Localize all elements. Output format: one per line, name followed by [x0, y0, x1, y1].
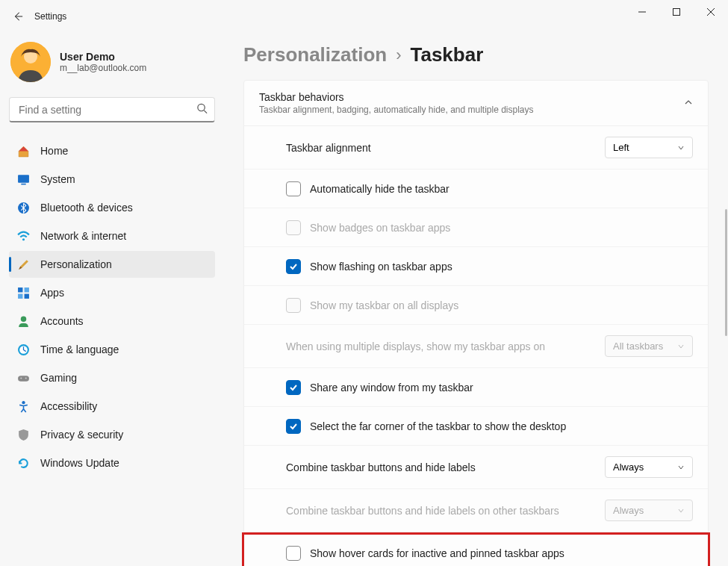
row-label: Automatically hide the taskbar: [310, 183, 449, 195]
hover-cards-checkbox[interactable]: [286, 546, 301, 561]
autohide-checkbox[interactable]: [286, 181, 301, 196]
breadcrumb: Personalization › Taskbar: [243, 43, 709, 66]
nav-time[interactable]: Time & language: [9, 336, 215, 363]
svg-rect-11: [24, 287, 28, 292]
main-content: Personalization › Taskbar Taskbar behavi…: [224, 33, 728, 566]
svg-point-9: [22, 238, 24, 240]
svg-rect-1: [673, 9, 680, 16]
nav-gaming[interactable]: Gaming: [9, 364, 215, 391]
row-label: Show hover cards for inactive and pinned…: [310, 547, 564, 559]
nav-label: Apps: [40, 287, 64, 299]
clock-icon: [16, 343, 30, 356]
paint-icon: [16, 258, 30, 271]
row-label: Combine taskbar buttons and hide labels …: [286, 505, 559, 517]
profile-name: User Demo: [60, 51, 146, 63]
nav-accounts[interactable]: Accounts: [9, 308, 215, 335]
row-alignment: Taskbar alignment Left: [244, 126, 708, 170]
profile-email: m__lab@outlook.com: [60, 63, 146, 73]
svg-rect-17: [18, 376, 29, 381]
nav-label: Windows Update: [40, 457, 119, 469]
panel-subtitle: Taskbar alignment, badging, automaticall…: [259, 105, 534, 115]
nav-label: Time & language: [40, 343, 119, 355]
scrollbar[interactable]: [725, 209, 727, 336]
svg-point-4: [198, 104, 205, 111]
row-autohide: Automatically hide the taskbar: [244, 170, 708, 208]
row-hover-cards: Show hover cards for inactive and pinned…: [242, 532, 710, 566]
panel-title: Taskbar behaviors: [259, 91, 534, 103]
breadcrumb-parent[interactable]: Personalization: [243, 43, 387, 66]
titlebar: Settings: [0, 0, 728, 33]
panel-header[interactable]: Taskbar behaviors Taskbar alignment, bad…: [244, 81, 708, 125]
chevron-down-icon: [677, 144, 685, 152]
svg-point-18: [25, 377, 26, 379]
nav-label: Home: [40, 145, 68, 157]
close-button[interactable]: [694, 0, 728, 24]
svg-point-19: [22, 401, 25, 404]
row-share-window: Share any window from my taskbar: [244, 368, 708, 407]
nav-label: Accounts: [40, 315, 84, 327]
maximize-button[interactable]: [659, 0, 694, 24]
chevron-up-icon: [684, 96, 693, 110]
svg-rect-6: [18, 175, 29, 183]
far-corner-checkbox[interactable]: [286, 419, 301, 434]
alignment-select[interactable]: Left: [605, 137, 693, 158]
nav-label: Network & internet: [40, 230, 126, 242]
avatar: [10, 42, 51, 82]
chevron-down-icon: [677, 507, 685, 514]
back-button[interactable]: [6, 4, 30, 28]
flashing-checkbox[interactable]: [286, 259, 301, 274]
bluetooth-icon: [16, 201, 30, 214]
shield-icon: [16, 428, 30, 441]
combine-other-select: Always: [605, 500, 693, 521]
breadcrumb-current: Taskbar: [410, 43, 483, 66]
nav-label: Privacy & security: [40, 429, 123, 441]
row-label: Show my taskbar on all displays: [310, 299, 458, 311]
gamepad-icon: [16, 371, 30, 385]
row-label: Select the far corner of the taskbar to …: [310, 420, 566, 432]
row-badges: Show badges on taskbar apps: [244, 208, 708, 247]
update-icon: [16, 456, 30, 470]
nav: Home System Bluetooth & devices Network …: [9, 137, 215, 476]
nav-home[interactable]: Home: [9, 137, 215, 164]
search-input[interactable]: [9, 97, 215, 122]
minimize-button[interactable]: [625, 0, 659, 24]
wifi-icon: [16, 229, 30, 243]
row-label: Show badges on taskbar apps: [310, 222, 450, 234]
chevron-down-icon: [677, 464, 685, 471]
nav-privacy[interactable]: Privacy & security: [9, 421, 215, 448]
nav-label: Gaming: [40, 372, 77, 384]
row-label: Show flashing on taskbar apps: [310, 261, 452, 273]
row-combine: Combine taskbar buttons and hide labels …: [244, 446, 708, 489]
share-window-checkbox[interactable]: [286, 380, 301, 395]
nav-network[interactable]: Network & internet: [9, 223, 215, 249]
nav-update[interactable]: Windows Update: [9, 450, 215, 476]
multi-displays-select: All taskbars: [605, 335, 693, 357]
apps-icon: [16, 286, 30, 299]
search-box[interactable]: [9, 97, 215, 122]
chevron-down-icon: [677, 343, 685, 350]
system-icon: [16, 172, 30, 186]
nav-bluetooth[interactable]: Bluetooth & devices: [9, 194, 215, 221]
sidebar: User Demo m__lab@outlook.com Home System…: [0, 33, 224, 566]
combine-select[interactable]: Always: [605, 456, 693, 478]
profile[interactable]: User Demo m__lab@outlook.com: [9, 37, 215, 94]
row-combine-other: Combine taskbar buttons and hide labels …: [244, 489, 708, 532]
all-displays-checkbox: [286, 298, 301, 313]
row-label: Taskbar alignment: [286, 142, 371, 154]
taskbar-behaviors-panel: Taskbar behaviors Taskbar alignment, bad…: [243, 80, 709, 566]
nav-label: System: [40, 173, 75, 185]
nav-label: Bluetooth & devices: [40, 202, 133, 214]
home-icon: [16, 144, 30, 158]
badges-checkbox: [286, 220, 301, 235]
nav-accessibility[interactable]: Accessibility: [9, 393, 215, 420]
nav-personalization[interactable]: Personalization: [9, 251, 215, 278]
nav-apps[interactable]: Apps: [9, 279, 215, 306]
row-far-corner: Select the far corner of the taskbar to …: [244, 407, 708, 446]
chevron-right-icon: ›: [396, 46, 401, 65]
nav-system[interactable]: System: [9, 166, 215, 193]
svg-line-5: [204, 111, 207, 113]
search-icon: [196, 103, 208, 117]
svg-rect-10: [18, 287, 22, 292]
svg-rect-13: [24, 293, 28, 298]
accessibility-icon: [16, 399, 30, 413]
